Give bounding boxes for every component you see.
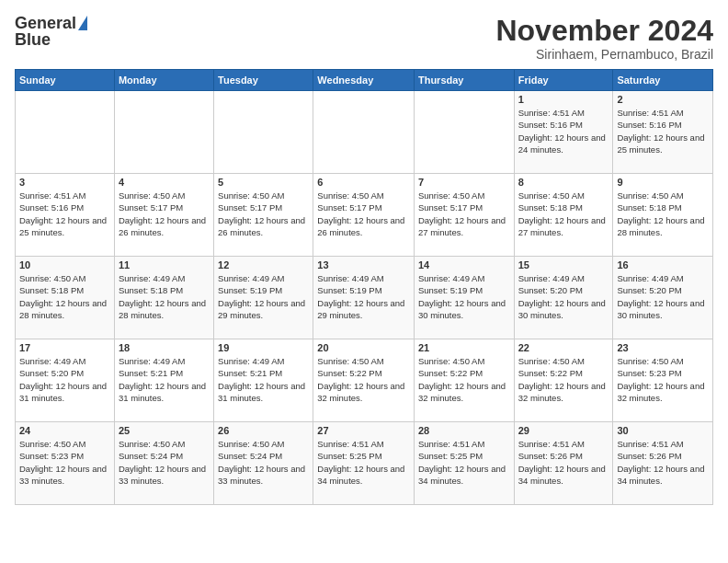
calendar-cell [414, 91, 514, 174]
day-info: Sunrise: 4:50 AM Sunset: 5:23 PM Dayligh… [19, 438, 110, 487]
calendar-cell: 5Sunrise: 4:50 AM Sunset: 5:17 PM Daylig… [214, 174, 313, 257]
day-number: 29 [518, 425, 609, 436]
day-of-week-header: Tuesday [214, 70, 313, 91]
day-number: 6 [317, 177, 410, 188]
day-info: Sunrise: 4:50 AM Sunset: 5:22 PM Dayligh… [317, 355, 410, 404]
calendar-cell: 25Sunrise: 4:50 AM Sunset: 5:24 PM Dayli… [114, 422, 213, 505]
day-info: Sunrise: 4:51 AM Sunset: 5:16 PM Dayligh… [19, 190, 110, 238]
day-info: Sunrise: 4:51 AM Sunset: 5:25 PM Dayligh… [317, 438, 410, 487]
calendar-cell: 3Sunrise: 4:51 AM Sunset: 5:16 PM Daylig… [16, 174, 115, 257]
calendar-cell: 18Sunrise: 4:49 AM Sunset: 5:21 PM Dayli… [114, 339, 213, 422]
day-info: Sunrise: 4:51 AM Sunset: 5:16 PM Dayligh… [617, 107, 709, 155]
day-of-week-header: Wednesday [313, 70, 415, 91]
day-number: 14 [418, 259, 510, 270]
calendar-cell: 7Sunrise: 4:50 AM Sunset: 5:17 PM Daylig… [414, 174, 514, 257]
day-info: Sunrise: 4:49 AM Sunset: 5:20 PM Dayligh… [19, 355, 110, 404]
day-info: Sunrise: 4:50 AM Sunset: 5:17 PM Dayligh… [418, 190, 510, 238]
day-of-week-header: Saturday [613, 70, 713, 91]
calendar-week-row: 24Sunrise: 4:50 AM Sunset: 5:23 PM Dayli… [16, 422, 713, 505]
day-info: Sunrise: 4:51 AM Sunset: 5:25 PM Dayligh… [418, 438, 510, 487]
calendar-cell: 27Sunrise: 4:51 AM Sunset: 5:25 PM Dayli… [313, 422, 415, 505]
page-header: General Blue November 2024 Sirinhaem, Pe… [15, 15, 713, 62]
calendar-week-row: 17Sunrise: 4:49 AM Sunset: 5:20 PM Dayli… [16, 339, 713, 422]
day-info: Sunrise: 4:49 AM Sunset: 5:21 PM Dayligh… [119, 355, 210, 404]
calendar-cell: 10Sunrise: 4:50 AM Sunset: 5:18 PM Dayli… [16, 257, 115, 339]
day-info: Sunrise: 4:50 AM Sunset: 5:18 PM Dayligh… [19, 272, 110, 321]
day-info: Sunrise: 4:51 AM Sunset: 5:26 PM Dayligh… [617, 438, 709, 487]
title-block: November 2024 Sirinhaem, Pernambuco, Bra… [495, 15, 713, 62]
calendar-cell [16, 91, 115, 174]
calendar-cell: 28Sunrise: 4:51 AM Sunset: 5:25 PM Dayli… [414, 422, 514, 505]
calendar-cell: 9Sunrise: 4:50 AM Sunset: 5:18 PM Daylig… [613, 174, 713, 257]
day-info: Sunrise: 4:50 AM Sunset: 5:23 PM Dayligh… [617, 355, 709, 404]
day-number: 21 [418, 342, 510, 353]
calendar-week-row: 1Sunrise: 4:51 AM Sunset: 5:16 PM Daylig… [16, 91, 713, 174]
day-info: Sunrise: 4:49 AM Sunset: 5:20 PM Dayligh… [518, 272, 609, 321]
day-of-week-header: Sunday [16, 70, 115, 91]
day-number: 17 [19, 342, 110, 353]
calendar-cell [214, 91, 313, 174]
calendar-cell: 29Sunrise: 4:51 AM Sunset: 5:26 PM Dayli… [514, 422, 613, 505]
day-info: Sunrise: 4:49 AM Sunset: 5:21 PM Dayligh… [218, 355, 309, 404]
day-number: 13 [317, 259, 410, 270]
calendar-cell: 14Sunrise: 4:49 AM Sunset: 5:19 PM Dayli… [414, 257, 514, 339]
day-number: 16 [617, 259, 709, 270]
logo: General Blue [15, 15, 87, 48]
day-number: 26 [218, 425, 309, 436]
day-info: Sunrise: 4:49 AM Sunset: 5:19 PM Dayligh… [218, 272, 309, 321]
calendar-cell: 6Sunrise: 4:50 AM Sunset: 5:17 PM Daylig… [313, 174, 415, 257]
calendar-cell: 8Sunrise: 4:50 AM Sunset: 5:18 PM Daylig… [514, 174, 613, 257]
calendar-cell: 22Sunrise: 4:50 AM Sunset: 5:22 PM Dayli… [514, 339, 613, 422]
day-of-week-header: Monday [114, 70, 213, 91]
day-info: Sunrise: 4:50 AM Sunset: 5:18 PM Dayligh… [617, 190, 709, 238]
calendar-cell: 15Sunrise: 4:49 AM Sunset: 5:20 PM Dayli… [514, 257, 613, 339]
calendar-table: SundayMondayTuesdayWednesdayThursdayFrid… [15, 69, 713, 505]
day-info: Sunrise: 4:50 AM Sunset: 5:22 PM Dayligh… [418, 355, 510, 404]
calendar-cell: 20Sunrise: 4:50 AM Sunset: 5:22 PM Dayli… [313, 339, 415, 422]
day-number: 23 [617, 342, 709, 353]
day-number: 5 [218, 177, 309, 188]
day-number: 9 [617, 177, 709, 188]
calendar-cell: 26Sunrise: 4:50 AM Sunset: 5:24 PM Dayli… [214, 422, 313, 505]
calendar-cell: 30Sunrise: 4:51 AM Sunset: 5:26 PM Dayli… [613, 422, 713, 505]
calendar-cell: 1Sunrise: 4:51 AM Sunset: 5:16 PM Daylig… [514, 91, 613, 174]
day-number: 2 [617, 94, 709, 105]
calendar-cell: 23Sunrise: 4:50 AM Sunset: 5:23 PM Dayli… [613, 339, 713, 422]
day-number: 15 [518, 259, 609, 270]
day-info: Sunrise: 4:49 AM Sunset: 5:19 PM Dayligh… [418, 272, 510, 321]
day-info: Sunrise: 4:50 AM Sunset: 5:24 PM Dayligh… [218, 438, 309, 487]
day-number: 27 [317, 425, 410, 436]
calendar-cell: 16Sunrise: 4:49 AM Sunset: 5:20 PM Dayli… [613, 257, 713, 339]
logo-triangle-icon [78, 16, 87, 30]
day-number: 8 [518, 177, 609, 188]
calendar-cell [313, 91, 415, 174]
day-number: 7 [418, 177, 510, 188]
calendar-cell: 11Sunrise: 4:49 AM Sunset: 5:18 PM Dayli… [114, 257, 213, 339]
day-info: Sunrise: 4:50 AM Sunset: 5:17 PM Dayligh… [218, 190, 309, 238]
day-number: 18 [119, 342, 210, 353]
day-number: 10 [19, 259, 110, 270]
day-info: Sunrise: 4:49 AM Sunset: 5:19 PM Dayligh… [317, 272, 410, 321]
days-of-week-row: SundayMondayTuesdayWednesdayThursdayFrid… [16, 70, 713, 91]
calendar-cell: 2Sunrise: 4:51 AM Sunset: 5:16 PM Daylig… [613, 91, 713, 174]
calendar-cell: 21Sunrise: 4:50 AM Sunset: 5:22 PM Dayli… [414, 339, 514, 422]
calendar-body: 1Sunrise: 4:51 AM Sunset: 5:16 PM Daylig… [16, 91, 713, 505]
calendar-cell: 12Sunrise: 4:49 AM Sunset: 5:19 PM Dayli… [214, 257, 313, 339]
day-number: 20 [317, 342, 410, 353]
calendar-cell: 24Sunrise: 4:50 AM Sunset: 5:23 PM Dayli… [16, 422, 115, 505]
logo-text-blue: Blue [15, 31, 51, 48]
day-number: 1 [518, 94, 609, 105]
calendar-cell: 4Sunrise: 4:50 AM Sunset: 5:17 PM Daylig… [114, 174, 213, 257]
logo-text-general: General [15, 15, 76, 31]
day-number: 25 [119, 425, 210, 436]
calendar-subtitle: Sirinhaem, Pernambuco, Brazil [495, 47, 713, 62]
day-number: 30 [617, 425, 709, 436]
day-number: 24 [19, 425, 110, 436]
day-info: Sunrise: 4:50 AM Sunset: 5:22 PM Dayligh… [518, 355, 609, 404]
day-info: Sunrise: 4:50 AM Sunset: 5:24 PM Dayligh… [119, 438, 210, 487]
day-number: 28 [418, 425, 510, 436]
day-info: Sunrise: 4:50 AM Sunset: 5:17 PM Dayligh… [119, 190, 210, 238]
day-info: Sunrise: 4:50 AM Sunset: 5:17 PM Dayligh… [317, 190, 410, 238]
day-of-week-header: Friday [514, 70, 613, 91]
calendar-week-row: 10Sunrise: 4:50 AM Sunset: 5:18 PM Dayli… [16, 257, 713, 339]
